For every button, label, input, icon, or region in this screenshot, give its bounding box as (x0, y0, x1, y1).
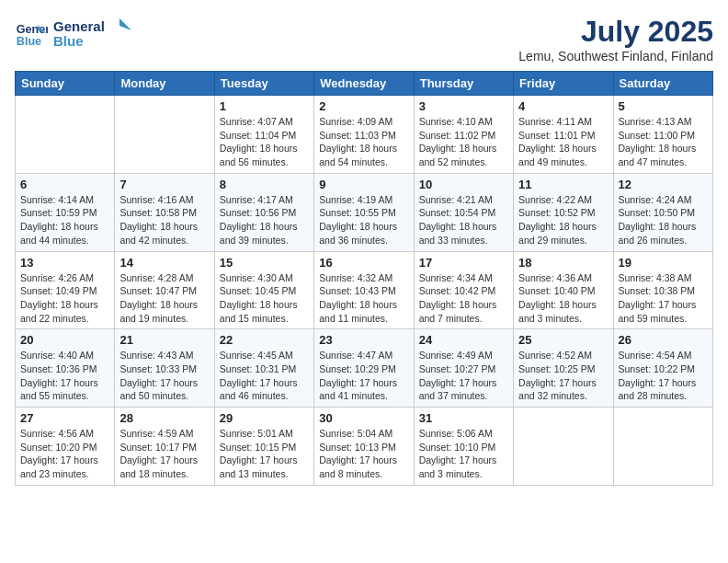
day-number: 9 (319, 178, 408, 191)
day-detail: Sunrise: 4:16 AM Sunset: 10:58 PM Daylig… (119, 193, 209, 247)
day-number: 11 (518, 178, 608, 191)
calendar-cell: 18Sunrise: 4:36 AM Sunset: 10:40 PM Dayl… (514, 251, 613, 329)
day-number: 22 (220, 333, 309, 347)
day-number: 16 (319, 256, 408, 270)
logo: General Blue General Blue (15, 15, 136, 55)
day-number: 7 (119, 178, 209, 191)
day-detail: Sunrise: 4:21 AM Sunset: 10:54 PM Daylig… (419, 193, 508, 247)
day-detail: Sunrise: 4:47 AM Sunset: 10:29 PM Daylig… (319, 349, 408, 403)
day-header-monday: Monday (115, 72, 214, 96)
day-detail: Sunrise: 4:10 AM Sunset: 11:02 PM Daylig… (419, 115, 508, 169)
day-detail: Sunrise: 4:19 AM Sunset: 10:55 PM Daylig… (319, 193, 408, 247)
calendar-cell (115, 96, 214, 174)
day-number: 6 (20, 178, 109, 191)
day-number: 25 (518, 333, 608, 347)
day-number: 4 (518, 99, 608, 113)
day-detail: Sunrise: 4:56 AM Sunset: 10:20 PM Daylig… (20, 427, 109, 481)
day-header-sunday: Sunday (16, 72, 115, 96)
logo-icon: General Blue (15, 18, 48, 52)
calendar-cell: 2Sunrise: 4:09 AM Sunset: 11:03 PM Dayli… (314, 96, 414, 174)
day-detail: Sunrise: 4:24 AM Sunset: 10:50 PM Daylig… (619, 193, 708, 247)
day-detail: Sunrise: 5:01 AM Sunset: 10:15 PM Daylig… (220, 427, 309, 481)
day-number: 12 (619, 178, 708, 191)
day-detail: Sunrise: 4:07 AM Sunset: 11:04 PM Daylig… (220, 115, 309, 169)
calendar-cell: 5Sunrise: 4:13 AM Sunset: 11:00 PM Dayli… (613, 96, 712, 174)
day-detail: Sunrise: 4:36 AM Sunset: 10:40 PM Daylig… (518, 271, 608, 326)
calendar-week-2: 6Sunrise: 4:14 AM Sunset: 10:59 PM Dayli… (16, 173, 713, 251)
calendar-cell: 10Sunrise: 4:21 AM Sunset: 10:54 PM Dayl… (414, 173, 513, 251)
calendar-cell: 16Sunrise: 4:32 AM Sunset: 10:43 PM Dayl… (314, 251, 414, 329)
calendar-cell: 14Sunrise: 4:28 AM Sunset: 10:47 PM Dayl… (115, 251, 214, 329)
day-detail: Sunrise: 4:26 AM Sunset: 10:49 PM Daylig… (20, 271, 109, 326)
calendar-title: July 2025 (518, 15, 713, 49)
day-detail: Sunrise: 4:49 AM Sunset: 10:27 PM Daylig… (419, 349, 508, 403)
day-header-friday: Friday (514, 72, 613, 96)
day-number: 29 (220, 411, 309, 425)
day-detail: Sunrise: 4:52 AM Sunset: 10:25 PM Daylig… (518, 349, 608, 403)
calendar-cell: 13Sunrise: 4:26 AM Sunset: 10:49 PM Dayl… (16, 251, 115, 329)
day-header-tuesday: Tuesday (214, 72, 313, 96)
logo-text-svg: General Blue (53, 15, 136, 52)
calendar-cell: 29Sunrise: 5:01 AM Sunset: 10:15 PM Dayl… (214, 408, 313, 486)
calendar-cell: 12Sunrise: 4:24 AM Sunset: 10:50 PM Dayl… (613, 173, 712, 251)
calendar-cell: 25Sunrise: 4:52 AM Sunset: 10:25 PM Dayl… (514, 329, 613, 408)
calendar-cell: 30Sunrise: 5:04 AM Sunset: 10:13 PM Dayl… (314, 408, 414, 486)
calendar-cell: 1Sunrise: 4:07 AM Sunset: 11:04 PM Dayli… (214, 96, 313, 174)
svg-text:Blue: Blue (17, 35, 41, 48)
day-number: 2 (319, 99, 408, 113)
day-number: 3 (419, 99, 508, 113)
day-number: 1 (220, 99, 309, 113)
day-number: 18 (518, 256, 608, 270)
day-number: 26 (619, 333, 708, 347)
page-header: General Blue General Blue July 2025 Lemu… (15, 15, 713, 63)
day-number: 5 (619, 99, 708, 113)
day-detail: Sunrise: 4:11 AM Sunset: 11:01 PM Daylig… (518, 115, 608, 169)
day-detail: Sunrise: 4:22 AM Sunset: 10:52 PM Daylig… (518, 193, 608, 247)
day-detail: Sunrise: 4:59 AM Sunset: 10:17 PM Daylig… (119, 427, 209, 481)
day-number: 15 (220, 256, 309, 270)
day-number: 10 (419, 178, 508, 191)
day-number: 13 (20, 256, 109, 270)
calendar-cell: 3Sunrise: 4:10 AM Sunset: 11:02 PM Dayli… (414, 96, 513, 174)
calendar-week-3: 13Sunrise: 4:26 AM Sunset: 10:49 PM Dayl… (16, 251, 713, 329)
calendar-cell: 23Sunrise: 4:47 AM Sunset: 10:29 PM Dayl… (314, 329, 414, 408)
calendar-cell (613, 408, 712, 486)
day-number: 17 (419, 256, 508, 270)
day-number: 23 (319, 333, 408, 347)
day-number: 24 (419, 333, 508, 347)
calendar-cell: 22Sunrise: 4:45 AM Sunset: 10:31 PM Dayl… (214, 329, 313, 408)
calendar-cell: 11Sunrise: 4:22 AM Sunset: 10:52 PM Dayl… (514, 173, 613, 251)
day-number: 21 (119, 333, 209, 347)
day-detail: Sunrise: 4:13 AM Sunset: 11:00 PM Daylig… (619, 115, 708, 169)
day-detail: Sunrise: 4:30 AM Sunset: 10:45 PM Daylig… (220, 271, 309, 326)
calendar-cell: 27Sunrise: 4:56 AM Sunset: 10:20 PM Dayl… (16, 408, 115, 486)
day-detail: Sunrise: 4:43 AM Sunset: 10:33 PM Daylig… (119, 349, 209, 403)
calendar-cell: 4Sunrise: 4:11 AM Sunset: 11:01 PM Dayli… (514, 96, 613, 174)
calendar-cell: 24Sunrise: 4:49 AM Sunset: 10:27 PM Dayl… (414, 329, 513, 408)
calendar-cell: 15Sunrise: 4:30 AM Sunset: 10:45 PM Dayl… (214, 251, 313, 329)
calendar-cell: 6Sunrise: 4:14 AM Sunset: 10:59 PM Dayli… (16, 173, 115, 251)
day-detail: Sunrise: 4:40 AM Sunset: 10:36 PM Daylig… (20, 349, 109, 403)
day-number: 20 (20, 333, 109, 347)
day-detail: Sunrise: 4:09 AM Sunset: 11:03 PM Daylig… (319, 115, 408, 169)
day-detail: Sunrise: 4:32 AM Sunset: 10:43 PM Daylig… (319, 271, 408, 326)
calendar-cell (514, 408, 613, 486)
day-number: 31 (419, 411, 508, 425)
day-detail: Sunrise: 4:54 AM Sunset: 10:22 PM Daylig… (619, 349, 708, 403)
day-number: 30 (319, 411, 408, 425)
calendar-week-5: 27Sunrise: 4:56 AM Sunset: 10:20 PM Dayl… (16, 408, 713, 486)
calendar-cell: 31Sunrise: 5:06 AM Sunset: 10:10 PM Dayl… (414, 408, 513, 486)
calendar-cell: 26Sunrise: 4:54 AM Sunset: 10:22 PM Dayl… (613, 329, 712, 408)
calendar-cell: 21Sunrise: 4:43 AM Sunset: 10:33 PM Dayl… (115, 329, 214, 408)
calendar-cell: 20Sunrise: 4:40 AM Sunset: 10:36 PM Dayl… (16, 329, 115, 408)
day-detail: Sunrise: 4:34 AM Sunset: 10:42 PM Daylig… (419, 271, 508, 326)
calendar-cell: 19Sunrise: 4:38 AM Sunset: 10:38 PM Dayl… (613, 251, 712, 329)
day-number: 19 (619, 256, 708, 270)
calendar-week-4: 20Sunrise: 4:40 AM Sunset: 10:36 PM Dayl… (16, 329, 713, 408)
calendar-cell: 17Sunrise: 4:34 AM Sunset: 10:42 PM Dayl… (414, 251, 513, 329)
day-detail: Sunrise: 4:14 AM Sunset: 10:59 PM Daylig… (20, 193, 109, 247)
calendar-cell: 9Sunrise: 4:19 AM Sunset: 10:55 PM Dayli… (314, 173, 414, 251)
calendar-week-1: 1Sunrise: 4:07 AM Sunset: 11:04 PM Dayli… (16, 96, 713, 174)
day-number: 28 (119, 411, 209, 425)
svg-text:Blue: Blue (53, 33, 84, 49)
